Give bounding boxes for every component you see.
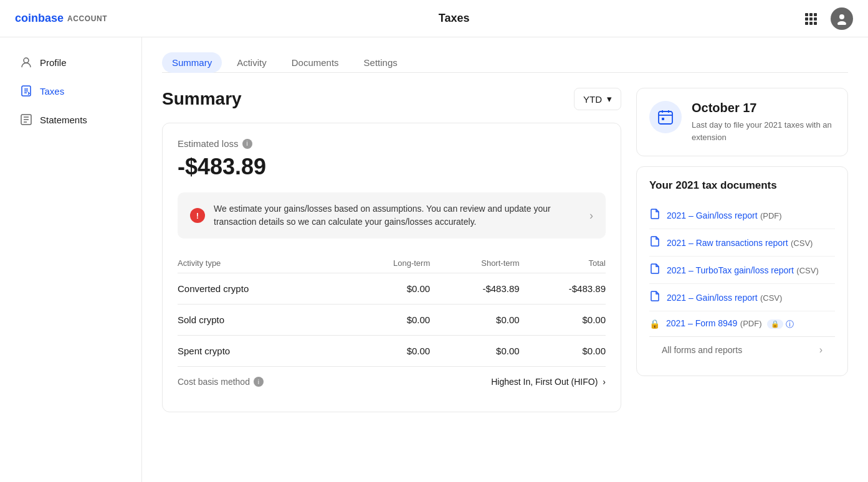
tab-settings[interactable]: Settings <box>354 52 408 73</box>
alert-icon: ! <box>190 208 205 223</box>
cell-type: Spent crypto <box>178 336 344 367</box>
cost-basis-value: Highest In, First Out (HIFO) › <box>491 377 606 387</box>
docs-list: 2021 – Gain/loss report (PDF) 2021 – Raw… <box>649 202 835 336</box>
doc-info: 2021 – Raw transactions report (CSV) <box>667 237 813 248</box>
sidebar-profile-label: Profile <box>40 57 67 68</box>
alert-chevron-icon: › <box>589 209 593 222</box>
page-header: Summary YTD ▾ <box>162 88 621 110</box>
cell-type: Sold crypto <box>178 305 344 336</box>
file-icon <box>649 235 661 250</box>
doc-link[interactable]: 2021 – Raw transactions report <box>667 238 788 248</box>
content-area: Summary YTD ▾ Estimated loss i -$483.89 <box>162 88 848 412</box>
cell-shortterm: $0.00 <box>430 305 519 336</box>
svg-rect-7 <box>809 22 813 25</box>
date-card-inner: October 17 Last day to file your 2021 ta… <box>649 101 835 143</box>
all-reports-link[interactable]: All forms and reports › <box>649 336 835 363</box>
doc-item[interactable]: 2021 – Gain/loss report (CSV) <box>649 284 835 311</box>
tabs-bar: Summary Activity Documents Settings <box>162 52 848 73</box>
header-actions <box>801 7 853 30</box>
svg-point-11 <box>24 58 29 63</box>
cell-longterm: $0.00 <box>344 336 430 367</box>
tab-summary[interactable]: Summary <box>162 52 222 73</box>
lock-icon: 🔒 <box>649 319 660 329</box>
table-row: Sold crypto $0.00 $0.00 $0.00 <box>178 305 606 336</box>
cell-total: $0.00 <box>520 336 606 367</box>
doc-format: (CSV) <box>796 266 818 275</box>
all-reports-chevron-icon: › <box>819 344 823 356</box>
file-icon <box>649 290 661 305</box>
date-title: October 17 <box>692 101 835 115</box>
estimated-loss-label: Estimated loss i <box>178 138 606 149</box>
activity-table: Activity type Long-term Short-term Total… <box>178 253 606 366</box>
cost-basis-info-icon[interactable]: i <box>254 377 264 387</box>
loss-amount: -$483.89 <box>178 154 606 180</box>
doc-link[interactable]: 2021 – Gain/loss report <box>667 293 758 303</box>
page-title: Summary <box>162 89 242 109</box>
col-header-type: Activity type <box>178 253 344 273</box>
person-icon <box>20 56 32 69</box>
tab-activity[interactable]: Activity <box>227 52 277 73</box>
statements-icon <box>20 113 32 126</box>
doc-link[interactable]: 2021 – Gain/loss report <box>667 210 758 220</box>
calendar-icon-wrap <box>649 101 682 133</box>
sidebar-statements-label: Statements <box>40 115 87 125</box>
doc-format: (PDF) <box>760 211 782 220</box>
docs-card: Your 2021 tax documents 2021 – Gain/loss… <box>636 166 848 376</box>
table-row: Spent crypto $0.00 $0.00 $0.00 <box>178 336 606 367</box>
doc-info: 2021 – Gain/loss report (CSV) <box>667 292 782 303</box>
cell-longterm: $0.00 <box>344 305 430 336</box>
tab-documents[interactable]: Documents <box>282 52 349 73</box>
file-icon <box>649 208 661 222</box>
doc-link[interactable]: 2021 – TurboTax gain/loss report <box>667 265 794 275</box>
right-panel: October 17 Last day to file your 2021 ta… <box>636 88 848 412</box>
doc-item[interactable]: 2021 – Gain/loss report (PDF) <box>649 202 835 229</box>
ytd-select[interactable]: YTD ▾ <box>574 88 621 110</box>
all-reports-text: All forms and reports <box>662 345 742 355</box>
main-content: Summary Activity Documents Settings Summ… <box>142 37 868 482</box>
svg-rect-3 <box>805 17 808 21</box>
svg-rect-8 <box>814 22 817 25</box>
svg-rect-2 <box>814 13 817 16</box>
doc-info: 2021 – Form 8949 (PDF) 🔒 ⓘ <box>666 318 794 330</box>
date-description: Last day to file your 2021 taxes with an… <box>692 119 835 143</box>
col-header-longterm: Long-term <box>344 253 430 273</box>
doc-info: 2021 – TurboTax gain/loss report (CSV) <box>667 265 819 276</box>
doc-link[interactable]: 2021 – Form 8949 <box>666 318 737 328</box>
doc-info: 2021 – Gain/loss report (PDF) <box>667 210 782 221</box>
date-card: October 17 Last day to file your 2021 ta… <box>636 88 848 156</box>
sidebar-item-statements[interactable]: Statements <box>5 106 136 133</box>
doc-item[interactable]: 2021 – TurboTax gain/loss report (CSV) <box>649 257 835 284</box>
avatar[interactable] <box>831 7 853 30</box>
svg-rect-4 <box>809 17 813 21</box>
sidebar: Profile Taxes Statements <box>0 37 142 482</box>
logo-account: ACCOUNT <box>67 14 107 23</box>
doc-format: (CSV) <box>791 239 813 248</box>
date-info: October 17 Last day to file your 2021 ta… <box>692 101 835 143</box>
cost-basis-label: Cost basis method i <box>178 377 264 387</box>
doc-format: (CSV) <box>760 293 782 303</box>
sidebar-item-taxes[interactable]: Taxes <box>5 77 136 105</box>
grid-icon[interactable] <box>801 9 821 29</box>
sidebar-item-profile[interactable]: Profile <box>5 49 136 76</box>
cost-basis-row[interactable]: Cost basis method i Highest In, First Ou… <box>178 366 606 397</box>
doc-item[interactable]: 🔒 2021 – Form 8949 (PDF) 🔒 ⓘ <box>649 311 835 336</box>
doc-item[interactable]: 2021 – Raw transactions report (CSV) <box>649 229 835 257</box>
taxes-icon <box>20 85 32 97</box>
left-panel: Summary YTD ▾ Estimated loss i -$483.89 <box>162 88 621 412</box>
cost-basis-chevron-icon: › <box>603 377 606 387</box>
col-header-total: Total <box>520 253 606 273</box>
alert-banner[interactable]: ! We estimate your gains/losses based on… <box>178 192 606 239</box>
summary-card: Estimated loss i -$483.89 ! We estimate … <box>162 123 621 412</box>
logo[interactable]: coinbase ACCOUNT <box>15 12 107 25</box>
svg-rect-1 <box>809 13 813 16</box>
svg-rect-15 <box>662 118 664 120</box>
col-header-shortterm: Short-term <box>430 253 519 273</box>
header-title: Taxes <box>439 12 470 25</box>
layout: Profile Taxes Statements <box>0 37 868 482</box>
ytd-label: YTD <box>583 94 602 105</box>
sidebar-taxes-label: Taxes <box>40 86 64 97</box>
cell-longterm: $0.00 <box>344 273 430 305</box>
svg-rect-14 <box>659 111 672 124</box>
estimated-loss-info-icon[interactable]: i <box>242 139 252 149</box>
cell-shortterm: -$483.89 <box>430 273 519 305</box>
